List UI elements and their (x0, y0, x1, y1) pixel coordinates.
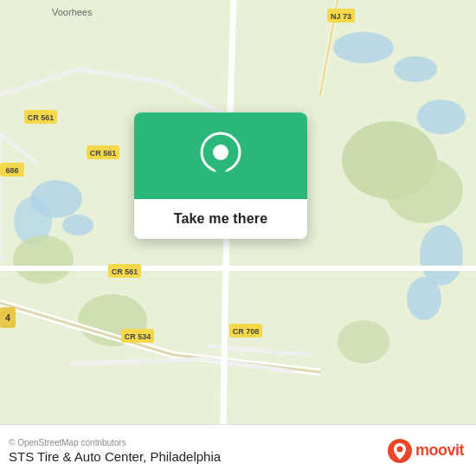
svg-point-5 (62, 215, 93, 235)
svg-point-1 (333, 32, 394, 63)
svg-text:CR 708: CR 708 (233, 327, 260, 336)
svg-text:CR 534: CR 534 (125, 332, 151, 341)
svg-text:CR 561: CR 561 (90, 149, 117, 158)
svg-point-3 (417, 100, 466, 134)
svg-point-6 (420, 225, 463, 286)
popup-header (134, 113, 307, 199)
svg-point-2 (394, 56, 437, 82)
location-pin-icon (197, 132, 244, 183)
moovit-icon (388, 439, 412, 463)
moovit-logo: moovit (388, 439, 464, 463)
svg-text:Voorhees: Voorhees (52, 7, 93, 17)
svg-point-56 (396, 446, 402, 452)
bottom-bar: © OpenStreetMap contributors STS Tire & … (0, 424, 476, 476)
popup-card: Take me there (134, 113, 307, 239)
svg-line-30 (223, 303, 225, 424)
svg-point-52 (213, 145, 228, 160)
moovit-brand-text: moovit (415, 441, 464, 460)
take-me-there-button[interactable]: Take me there (134, 199, 307, 239)
svg-point-10 (385, 158, 463, 223)
attribution-text: © OpenStreetMap contributors (9, 438, 221, 447)
map-container: 4 CR 561 CR 561 CR 561 CR 561 686 NJ 73 … (0, 0, 476, 424)
svg-text:686: 686 (5, 166, 18, 175)
svg-point-12 (13, 235, 74, 284)
svg-point-7 (407, 277, 441, 320)
location-name: STS Tire & Auto Center, Philadelphia (9, 449, 221, 464)
bottom-info: © OpenStreetMap contributors STS Tire & … (9, 438, 221, 464)
svg-text:NJ 73: NJ 73 (331, 12, 351, 21)
svg-text:4: 4 (5, 313, 10, 323)
svg-text:CR 561: CR 561 (112, 267, 138, 276)
svg-point-13 (338, 320, 389, 363)
svg-text:CR 561: CR 561 (28, 113, 55, 122)
